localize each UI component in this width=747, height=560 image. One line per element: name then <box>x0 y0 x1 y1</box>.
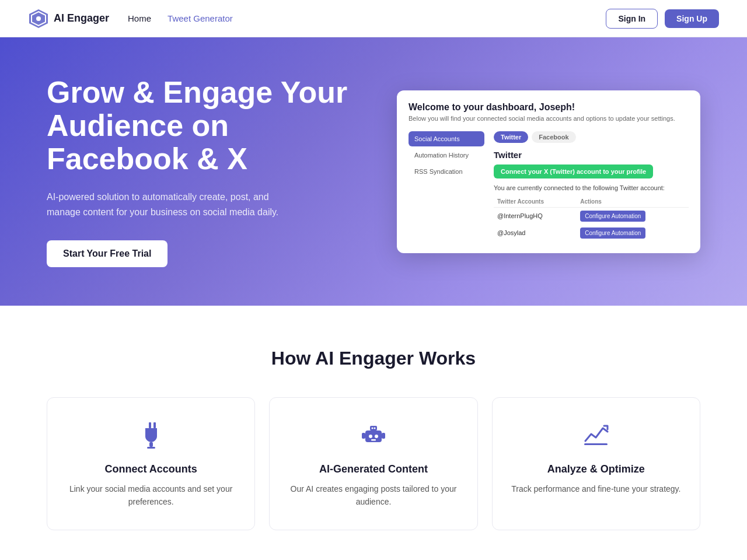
nav-left: AI Engager Home Tweet Generator <box>28 8 233 29</box>
dash-welcome-sub: Below you will find your connected socia… <box>409 115 689 122</box>
navbar: AI Engager Home Tweet Generator Sign In … <box>0 0 747 37</box>
signup-button[interactable]: Sign Up <box>665 9 719 28</box>
plug-icon <box>64 421 238 452</box>
nav-link-home[interactable]: Home <box>128 13 151 23</box>
features-grid: Connect Accounts Link your social media … <box>47 397 700 530</box>
svg-rect-11 <box>362 433 365 439</box>
cta-button[interactable]: Start Your Free Trial <box>47 240 167 267</box>
dash-sidebar: Social Accounts Automation History RSS S… <box>409 131 484 242</box>
svg-rect-6 <box>147 447 155 449</box>
dash-section-title: Twitter <box>494 150 689 160</box>
account-cell: @Josylad <box>494 225 577 242</box>
svg-rect-12 <box>382 433 385 439</box>
svg-rect-4 <box>153 422 156 428</box>
table-row: @InternPlugHQ Configure Automation <box>494 207 689 225</box>
nav-link-tweet-generator[interactable]: Tweet Generator <box>167 13 233 23</box>
sidebar-item-social-accounts[interactable]: Social Accounts <box>409 131 484 146</box>
sidebar-item-rss-syndication[interactable]: RSS Syndication <box>409 164 484 179</box>
feature-connect-desc: Link your social media accounts and set … <box>64 482 238 509</box>
connect-twitter-button[interactable]: Connect your X (Twitter) account to your… <box>494 164 653 178</box>
nav-links: Home Tweet Generator <box>128 13 233 23</box>
svg-rect-16 <box>584 443 608 445</box>
dash-content: Twitter Facebook Twitter Connect your X … <box>484 131 689 242</box>
action-cell: Configure Automation <box>577 225 689 242</box>
account-cell: @InternPlugHQ <box>494 207 577 225</box>
svg-rect-15 <box>371 439 376 441</box>
svg-point-13 <box>369 435 372 438</box>
how-section: How AI Engager Works Connect Accounts Li… <box>0 306 747 560</box>
svg-point-10 <box>374 428 375 429</box>
feature-analyze: Analyze & Optimize Track performance and… <box>492 397 700 530</box>
hero-subtitle: AI-powered solution to automatically cre… <box>47 190 292 219</box>
feature-connect-title: Connect Accounts <box>64 463 238 475</box>
hero-left: Grow & Engage Your Audience on Facebook … <box>47 76 350 268</box>
signin-button[interactable]: Sign In <box>606 9 658 29</box>
feature-analyze-title: Analyze & Optimize <box>509 463 683 475</box>
hero-title: Grow & Engage Your Audience on Facebook … <box>47 76 350 176</box>
dash-connected-text: You are currently connected to the follo… <box>494 184 689 191</box>
dash-welcome-title: Welcome to your dashboard, Joseph! <box>409 102 689 113</box>
col-header-actions: Actions <box>577 196 689 208</box>
svg-rect-5 <box>149 442 153 447</box>
svg-point-9 <box>371 428 373 429</box>
logo-icon <box>28 8 49 29</box>
svg-point-2 <box>36 16 41 21</box>
hero-section: Grow & Engage Your Audience on Facebook … <box>0 37 747 306</box>
table-row: @Josylad Configure Automation <box>494 225 689 242</box>
how-title: How AI Engager Works <box>47 348 700 369</box>
logo[interactable]: AI Engager <box>28 8 109 29</box>
feature-analyze-desc: Track performance and fine-tune your str… <box>509 482 683 495</box>
hero-right: Welcome to your dashboard, Joseph! Below… <box>397 90 700 253</box>
twitter-accounts-table: Twitter Accounts Actions @InternPlugHQ C… <box>494 196 689 242</box>
dash-tabs: Twitter Facebook <box>494 131 689 143</box>
col-header-accounts: Twitter Accounts <box>494 196 577 208</box>
configure-automation-button[interactable]: Configure Automation <box>580 228 645 239</box>
tab-twitter[interactable]: Twitter <box>494 131 528 143</box>
chart-icon <box>509 421 683 452</box>
svg-point-14 <box>375 435 378 438</box>
robot-icon <box>286 421 460 452</box>
feature-connect: Connect Accounts Link your social media … <box>47 397 255 530</box>
sidebar-item-automation-history[interactable]: Automation History <box>409 148 484 163</box>
svg-rect-8 <box>370 426 377 430</box>
tab-facebook[interactable]: Facebook <box>532 131 575 143</box>
logo-text: AI Engager <box>54 12 109 24</box>
svg-rect-3 <box>149 422 151 428</box>
feature-ai-desc: Our AI creates engaging posts tailored t… <box>286 482 460 509</box>
feature-ai-title: AI-Generated Content <box>286 463 460 475</box>
dashboard-mockup: Welcome to your dashboard, Joseph! Below… <box>397 90 700 253</box>
nav-right: Sign In Sign Up <box>606 9 719 29</box>
dash-body: Social Accounts Automation History RSS S… <box>409 131 689 242</box>
action-cell: Configure Automation <box>577 207 689 225</box>
configure-automation-button[interactable]: Configure Automation <box>580 211 645 222</box>
feature-ai: AI-Generated Content Our AI creates enga… <box>269 397 477 530</box>
